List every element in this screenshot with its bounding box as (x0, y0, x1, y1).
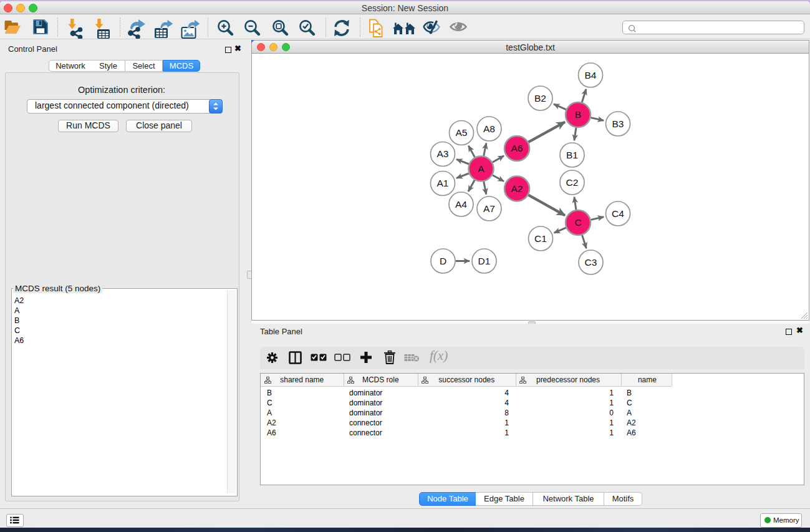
svg-text:A: A (478, 163, 485, 174)
svg-text:A2: A2 (511, 183, 523, 194)
svg-text:B1: B1 (566, 150, 578, 160)
svg-text:A3: A3 (437, 148, 449, 159)
svg-text:C2: C2 (566, 177, 579, 188)
svg-text:D: D (440, 256, 446, 266)
svg-text:A7: A7 (483, 203, 495, 214)
svg-text:A4: A4 (455, 199, 467, 210)
svg-text:A1: A1 (437, 178, 449, 188)
svg-text:B3: B3 (612, 118, 624, 129)
svg-text:C: C (574, 217, 581, 228)
svg-text:C4: C4 (612, 208, 624, 219)
svg-text:A8: A8 (483, 123, 495, 134)
svg-text:D1: D1 (478, 256, 491, 266)
svg-text:C3: C3 (585, 257, 597, 268)
svg-text:A5: A5 (456, 127, 468, 138)
svg-text:B2: B2 (534, 93, 546, 104)
svg-text:B: B (575, 109, 581, 120)
svg-text:A6: A6 (511, 143, 523, 153)
svg-text:C1: C1 (534, 233, 547, 244)
svg-text:B4: B4 (585, 70, 597, 80)
